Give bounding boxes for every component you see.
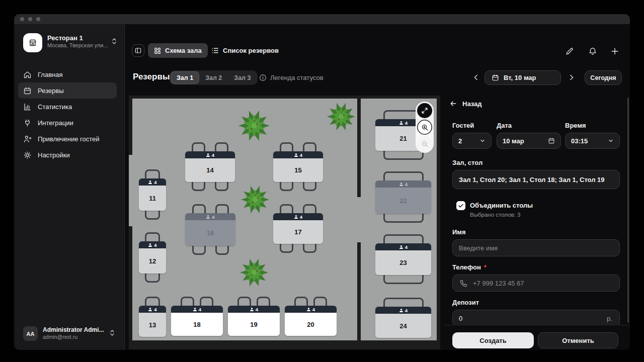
cancel-button[interactable]: Отменить bbox=[538, 332, 618, 348]
sidebar: Ресторан 1 Москва, Тверская ули... Главн… bbox=[14, 24, 125, 350]
table-number: 19 bbox=[228, 313, 280, 336]
home-icon bbox=[23, 70, 32, 79]
table-capacity: 4 bbox=[285, 306, 337, 313]
add-plus-icon[interactable] bbox=[610, 47, 619, 56]
calendar-icon bbox=[23, 86, 32, 95]
table-16[interactable]: 416 bbox=[185, 213, 235, 246]
plant-icon bbox=[240, 185, 270, 214]
date-select[interactable]: 10 мар bbox=[497, 133, 561, 149]
table-number: 18 bbox=[171, 313, 223, 336]
table-12[interactable]: 412 bbox=[139, 241, 166, 274]
sidebar-item-settings[interactable]: Настройки bbox=[18, 147, 117, 163]
user-name: Administrator Admi... bbox=[43, 326, 107, 333]
sidebar-item-home[interactable]: Главная bbox=[18, 66, 117, 82]
phone-icon bbox=[459, 279, 468, 288]
legend-label: Легенда статусов bbox=[270, 74, 324, 81]
restaurant-logo-icon bbox=[23, 33, 42, 52]
floor-plan[interactable]: 4114124134144154164174184194204214224234… bbox=[129, 96, 440, 349]
user-plus-icon bbox=[23, 135, 32, 143]
table-17[interactable]: 417 bbox=[273, 213, 323, 244]
table-number: 23 bbox=[375, 250, 431, 275]
table-14[interactable]: 414 bbox=[185, 151, 235, 182]
guests-select[interactable]: 2 bbox=[452, 133, 492, 149]
table-capacity: 4 bbox=[139, 178, 166, 186]
today-button[interactable]: Сегодня bbox=[585, 70, 622, 85]
selected-tables-field[interactable]: Зал 1, Стол 20; Зал 1, Стол 18; Зал 1, С… bbox=[452, 170, 620, 189]
zoom-out-button[interactable] bbox=[417, 136, 432, 151]
create-button[interactable]: Создать bbox=[452, 332, 534, 348]
panel-footer: Создать Отменить bbox=[444, 325, 630, 350]
table-20[interactable]: 420 bbox=[285, 306, 337, 336]
table-13[interactable]: 413 bbox=[139, 306, 166, 337]
chevron-down-icon bbox=[479, 138, 486, 144]
table-number: 11 bbox=[139, 186, 166, 211]
zoom-in-button[interactable] bbox=[417, 120, 432, 135]
tab-reserve-list[interactable]: Список резервов bbox=[205, 43, 285, 58]
traffic-light-minimize[interactable] bbox=[28, 17, 32, 21]
person-icon bbox=[193, 307, 197, 312]
table-19[interactable]: 419 bbox=[228, 306, 280, 336]
table-number: 22 bbox=[375, 188, 431, 214]
table-15[interactable]: 415 bbox=[273, 151, 323, 182]
sidebar-item-guest-acquisition[interactable]: Привлечение гостей bbox=[18, 131, 117, 147]
avatar: AA bbox=[23, 326, 38, 341]
sidebar-item-integrations[interactable]: Интеграции bbox=[18, 115, 117, 131]
arrow-left-icon bbox=[449, 100, 457, 108]
time-value: 03:15 bbox=[571, 137, 588, 145]
status-legend-button[interactable]: Легенда статусов bbox=[259, 74, 324, 81]
panel-scrollbar[interactable] bbox=[627, 98, 629, 323]
sidebar-item-reserves[interactable]: Резервы bbox=[18, 82, 117, 99]
person-icon bbox=[206, 215, 210, 219]
phone-label: Телефон* bbox=[452, 263, 487, 271]
tab-hall-3[interactable]: Зал 3 bbox=[228, 72, 256, 83]
merge-label: Объединить столы bbox=[470, 202, 533, 209]
notifications-bell-icon[interactable] bbox=[588, 47, 597, 56]
tab-hall-1[interactable]: Зал 1 bbox=[171, 72, 199, 83]
tab-hall-scheme[interactable]: Схема зала bbox=[148, 43, 208, 58]
page-title: Резервы bbox=[133, 72, 170, 82]
sidebar-item-label: Главная bbox=[38, 71, 62, 78]
fullscreen-expand-button[interactable] bbox=[417, 103, 432, 118]
time-select[interactable]: 03:15 bbox=[565, 133, 620, 149]
date-value: 10 мар bbox=[503, 137, 524, 145]
table-23[interactable]: 423 bbox=[375, 243, 431, 275]
toggle-sidebar-button[interactable] bbox=[132, 44, 144, 57]
gear-icon bbox=[23, 151, 32, 159]
tab-hall-2[interactable]: Зал 2 bbox=[200, 72, 227, 83]
wall-segment bbox=[357, 242, 361, 349]
calendar-icon bbox=[492, 74, 499, 81]
date-picker-button[interactable]: Вт, 10 мар bbox=[485, 70, 561, 85]
user-menu[interactable]: AA Administrator Admi... admin@rest.ru bbox=[20, 325, 119, 343]
restaurant-switcher[interactable]: Ресторан 1 Москва, Тверская ули... bbox=[20, 30, 119, 54]
sidebar-item-statistics[interactable]: Статистика bbox=[18, 99, 117, 115]
person-icon bbox=[250, 307, 254, 312]
date-label: Вт, 10 мар bbox=[504, 74, 536, 81]
back-label: Назад bbox=[462, 100, 482, 108]
tab-label: Список резервов bbox=[223, 47, 279, 54]
table-number: 17 bbox=[273, 220, 323, 244]
plug-icon bbox=[23, 119, 32, 127]
wall-segment bbox=[129, 96, 440, 99]
table-22[interactable]: 422 bbox=[375, 180, 431, 214]
wall-segment bbox=[357, 96, 361, 197]
name-input[interactable] bbox=[452, 239, 620, 256]
table-24[interactable]: 424 bbox=[375, 307, 431, 338]
table-18[interactable]: 418 bbox=[171, 306, 223, 336]
tab-label: Схема зала bbox=[165, 47, 202, 54]
traffic-light-zoom[interactable] bbox=[36, 17, 40, 21]
table-number: 13 bbox=[139, 313, 166, 337]
person-icon bbox=[306, 307, 311, 312]
next-day-chevron[interactable] bbox=[568, 73, 576, 81]
merge-checkbox[interactable] bbox=[456, 201, 465, 210]
plan-zoom-controls bbox=[416, 102, 434, 153]
back-button[interactable]: Назад bbox=[449, 100, 482, 108]
table-number: 14 bbox=[185, 158, 235, 182]
table-11[interactable]: 411 bbox=[139, 178, 166, 211]
phone-input[interactable] bbox=[452, 275, 620, 292]
person-icon bbox=[399, 308, 404, 313]
traffic-light-close[interactable] bbox=[20, 17, 24, 21]
deposit-input[interactable] bbox=[452, 310, 620, 327]
tables-field-label: Зал, стол bbox=[452, 159, 482, 166]
prev-day-chevron[interactable] bbox=[472, 73, 480, 81]
edit-pencil-icon[interactable] bbox=[565, 47, 574, 56]
